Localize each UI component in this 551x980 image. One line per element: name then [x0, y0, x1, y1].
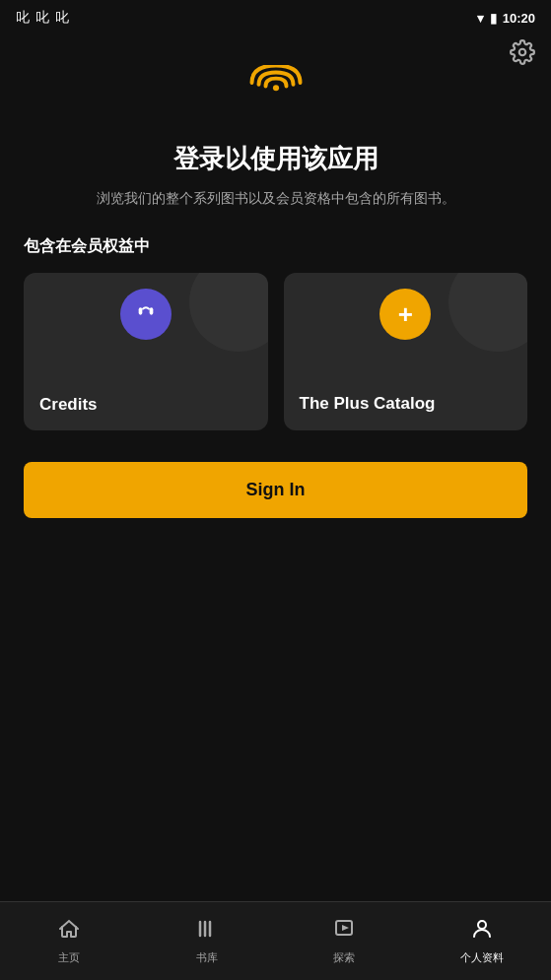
library-icon: [195, 917, 219, 947]
main-content: 登录以使用该应用 浏览我们的整个系列图书以及会员资格中包含的所有图书。 包含在会…: [0, 35, 551, 518]
credits-icon-bg: [120, 289, 172, 340]
svg-point-8: [478, 921, 486, 929]
plus-catalog-card-label: The Plus Catalog: [300, 393, 513, 415]
cards-row: Credits + The Plus Catalog: [24, 273, 527, 430]
explore-icon: [332, 917, 356, 947]
settings-button[interactable]: [510, 39, 535, 71]
profile-icon: [470, 917, 494, 947]
logo-container: [241, 65, 310, 118]
nav-item-search[interactable]: 探索: [276, 902, 414, 980]
credits-card[interactable]: Credits: [24, 273, 268, 430]
search-label: 探索: [333, 950, 355, 965]
page-title: 登录以使用该应用: [173, 142, 379, 176]
credits-card-label: Credits: [39, 395, 252, 415]
library-label: 书库: [196, 950, 218, 965]
bottom-nav: 主页 书库 探索 个人资料: [0, 901, 551, 980]
nav-item-library[interactable]: 书库: [138, 902, 276, 980]
signal-icon-3: 叱: [55, 9, 69, 27]
home-label: 主页: [58, 950, 80, 965]
nav-item-profile[interactable]: 个人资料: [413, 902, 551, 980]
time-display: 10:20: [503, 11, 535, 26]
card-bg-decoration: [189, 273, 268, 352]
nav-item-home[interactable]: 主页: [0, 902, 138, 980]
wifi-icon: ▾: [477, 11, 484, 26]
plus-catalog-icon-bg: +: [379, 289, 431, 340]
svg-marker-7: [342, 925, 349, 931]
audible-logo: [241, 65, 310, 114]
battery-icon: ▮: [490, 11, 497, 26]
sign-in-button[interactable]: Sign In: [24, 462, 527, 518]
gear-icon: [510, 39, 535, 65]
home-icon: [57, 917, 81, 947]
status-icons: 叱 叱 叱: [16, 9, 69, 27]
signal-icon-2: 叱: [35, 9, 49, 27]
profile-label: 个人资料: [460, 950, 504, 965]
status-right: ▾ ▮ 10:20: [477, 11, 535, 26]
page-subtitle: 浏览我们的整个系列图书以及会员资格中包含的所有图书。: [87, 188, 465, 209]
plus-catalog-card[interactable]: + The Plus Catalog: [284, 273, 528, 430]
signal-icon-1: 叱: [16, 9, 30, 27]
status-bar: 叱 叱 叱 ▾ ▮ 10:20: [0, 0, 551, 35]
credits-icon: [135, 300, 157, 328]
plus-icon: +: [398, 301, 413, 327]
svg-point-0: [272, 85, 278, 91]
card-bg-decoration-2: [448, 273, 527, 352]
section-title: 包含在会员权益中: [24, 236, 527, 257]
